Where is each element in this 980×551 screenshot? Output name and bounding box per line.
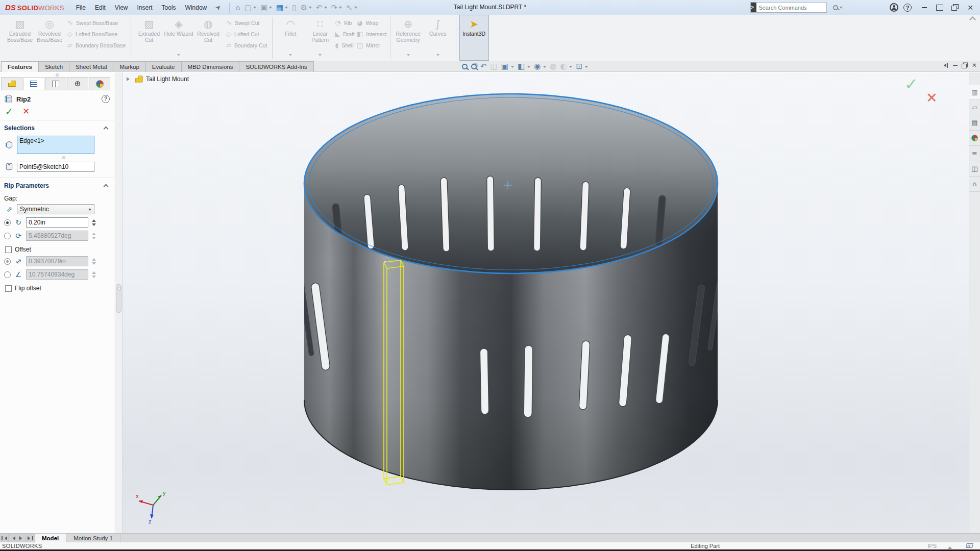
save-button[interactable]: ▦ — [275, 2, 289, 13]
panel-drag-handle[interactable] — [0, 72, 114, 77]
view-palette-button[interactable]: ▤ — [969, 115, 980, 131]
zoom-fit-button[interactable] — [462, 64, 468, 69]
doc-close-button[interactable]: ✕ — [972, 62, 977, 69]
print-button[interactable]: ▯ — [290, 2, 298, 13]
redo-button[interactable]: ↷ — [330, 2, 344, 13]
shell-button[interactable]: ◖Shell — [335, 41, 355, 49]
fillet-button[interactable]: ◠Fillet — [276, 15, 305, 61]
units-caret-icon[interactable] — [948, 544, 952, 549]
dock-button[interactable] — [933, 2, 946, 13]
dropdown-caret-icon[interactable] — [569, 66, 572, 69]
offset-angle-spinner[interactable] — [92, 271, 96, 278]
edit-appearance-button[interactable]: ◍ — [550, 62, 556, 70]
dropdown-caret-icon[interactable] — [339, 7, 342, 10]
doc-minimize-button[interactable] — [953, 65, 958, 66]
draft-button[interactable]: ◣Draft — [335, 30, 355, 38]
gap-distance-spinner[interactable] — [92, 219, 96, 226]
confirm-ok-icon[interactable]: ✓ — [904, 74, 918, 94]
dropdown-caret-icon[interactable] — [407, 54, 410, 58]
menu-file[interactable]: File — [71, 1, 90, 15]
dropdown-caret-icon[interactable] — [543, 66, 546, 69]
doc-restore-button[interactable] — [963, 63, 967, 68]
graphics-viewport[interactable]: Tail Light Mount ✓ ✕ — [122, 72, 969, 533]
search-input[interactable] — [756, 5, 833, 11]
revolved-boss-base-button[interactable]: ◎Revolved Boss/Base — [35, 15, 64, 61]
lofted-boss-base-button[interactable]: ◇Lofted Boss/Base — [67, 30, 126, 38]
dropdown-caret-icon[interactable] — [285, 7, 288, 10]
rip-point-marker[interactable] — [384, 260, 387, 263]
curves-button[interactable]: ∫Curves — [423, 15, 453, 61]
offset-distance-radio[interactable] — [4, 258, 11, 265]
lofted-cut-button[interactable]: ◇Lofted Cut — [226, 30, 267, 38]
collapse-pane-icon[interactable] — [942, 63, 948, 68]
rip-parameters-section-header[interactable]: Rip Parameters — [0, 178, 114, 192]
section-view-button[interactable]: ◫ — [491, 62, 498, 70]
tag-icon[interactable] — [966, 543, 973, 548]
next-tab-button[interactable] — [17, 534, 26, 542]
menu-edit[interactable]: Edit — [90, 1, 110, 15]
linear-pattern-button[interactable]: ∷Linear Pattern — [305, 15, 335, 61]
tab-evaluate[interactable]: Evaluate — [145, 61, 182, 72]
tab-model[interactable]: Model — [35, 534, 66, 542]
dropdown-caret-icon[interactable] — [511, 66, 514, 69]
previous-tab-button[interactable] — [9, 534, 17, 542]
reference-geometry-button[interactable]: ⊕Reference Geometry — [394, 15, 423, 61]
design-library-button[interactable]: ▥ — [969, 85, 980, 100]
confirm-cancel-icon[interactable]: ✕ — [926, 90, 938, 106]
mirror-button[interactable]: ◫Mirror — [357, 41, 387, 49]
undo-button[interactable]: ↶ — [314, 2, 329, 13]
dropdown-caret-icon[interactable] — [585, 66, 588, 69]
zoom-area-button[interactable] — [471, 64, 477, 69]
file-explorer-button[interactable]: ▱ — [969, 100, 980, 115]
boundary-cut-button[interactable]: ▱Boundary Cut — [226, 41, 267, 49]
ok-check-button[interactable]: ✓ — [5, 107, 13, 116]
offset-distance-input[interactable]: 0.39370079in — [26, 256, 88, 266]
gap-distance-radio[interactable] — [4, 219, 11, 226]
menu-insert[interactable]: Insert — [133, 1, 157, 15]
revolved-cut-button[interactable]: ◍Revolved Cut — [193, 15, 223, 61]
instant3d-button[interactable]: ➤Instant3D — [459, 15, 489, 61]
model-cylinder[interactable] — [299, 94, 721, 490]
gap-distance-input[interactable]: 0.20in — [26, 217, 88, 228]
collapse-chevron-icon[interactable] — [104, 184, 109, 189]
boundary-boss-base-button[interactable]: ▱Boundary Boss/Base — [67, 41, 126, 49]
custom-properties-button[interactable]: ≡ — [969, 146, 980, 161]
display-style-button[interactable]: ◧ — [518, 62, 530, 70]
hide-show-items-button[interactable]: ◉ — [534, 62, 546, 70]
tab-mbd-dimensions[interactable]: MBD Dimensions — [181, 61, 240, 72]
flip-offset-checkbox[interactable] — [5, 285, 12, 292]
appearances-button[interactable] — [969, 131, 980, 146]
pin-icon[interactable]: ➤ — [214, 3, 223, 12]
dropdown-caret-icon[interactable] — [269, 7, 272, 10]
extruded-boss-base-button[interactable]: ▧Extruded Boss/Base — [5, 15, 35, 61]
tab-markup[interactable]: Markup — [113, 61, 145, 72]
close-button[interactable]: ✕ — [964, 2, 977, 13]
hole-wizard-button[interactable]: ◈Hole Wizard — [164, 15, 193, 61]
account-icon[interactable] — [890, 3, 898, 12]
dropdown-caret-icon[interactable] — [354, 7, 357, 10]
gap-angle-radio[interactable] — [4, 233, 11, 239]
pm-help-icon[interactable]: ? — [102, 95, 110, 103]
tab-motion-study-1[interactable]: Motion Study 1 — [66, 534, 120, 542]
offset-checkbox[interactable] — [5, 246, 12, 253]
wrap-button[interactable]: ◕Wrap — [357, 19, 387, 27]
propertymanager-tab-tab[interactable] — [23, 77, 44, 90]
home-button[interactable]: ⌂ — [234, 2, 242, 13]
expand-tree-arrow-icon[interactable] — [127, 77, 132, 81]
previous-view-button[interactable]: ↶ — [480, 62, 487, 70]
dropdown-caret-icon[interactable] — [324, 7, 327, 10]
edge-selection-listbox[interactable]: Edge<1> — [17, 136, 94, 154]
dropdown-caret-icon[interactable] — [177, 54, 180, 58]
new-document-button[interactable]: ▢ — [243, 2, 258, 13]
splitter-grip[interactable] — [116, 284, 121, 313]
dropdown-caret-icon[interactable] — [436, 54, 439, 58]
last-tab-button[interactable] — [26, 534, 35, 542]
apply-scene-button[interactable]: ◐ — [560, 62, 572, 70]
dropdown-caret-icon[interactable] — [527, 66, 530, 69]
menu-tools[interactable]: Tools — [157, 1, 181, 15]
offset-distance-spinner[interactable] — [92, 258, 96, 265]
dropdown-caret-icon[interactable] — [309, 7, 312, 10]
selections-section-header[interactable]: Selections — [0, 120, 114, 134]
search-commands-box[interactable]: >_ — [750, 2, 827, 13]
help-icon[interactable]: ? — [903, 4, 912, 12]
